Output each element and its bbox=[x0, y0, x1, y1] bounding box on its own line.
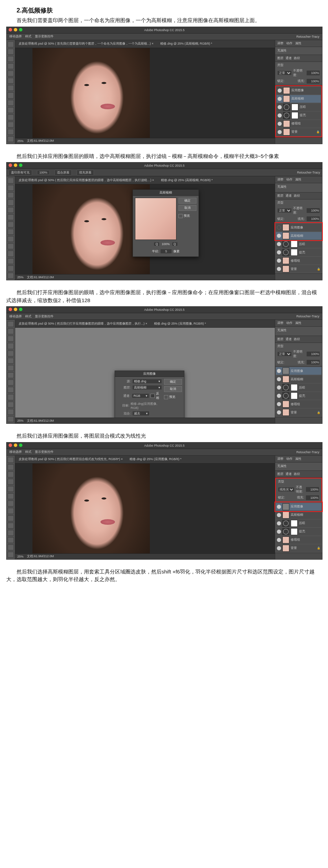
toolbar[interactable] bbox=[7, 456, 15, 559]
tool-icon[interactable] bbox=[8, 457, 14, 463]
doc-tab[interactable]: 精修.dng @ 25% (应用图像, RGB/8) * bbox=[154, 321, 206, 326]
tool-icon[interactable] bbox=[8, 358, 14, 364]
layer-row[interactable]: 压暗 bbox=[276, 520, 321, 527]
layer-row[interactable]: 背景🔒 bbox=[276, 265, 321, 273]
panel-tab-adjust[interactable]: 调整 bbox=[277, 41, 283, 46]
tool-icon[interactable] bbox=[8, 229, 14, 235]
layer-row[interactable]: 背景🔒 bbox=[276, 409, 321, 416]
layer-row-stamp[interactable]: 修瑕组 bbox=[277, 120, 321, 128]
eye-icon[interactable] bbox=[277, 410, 281, 414]
tool-icon[interactable] bbox=[8, 486, 14, 492]
eye-icon[interactable] bbox=[277, 259, 281, 263]
layer-row[interactable]: 修瑕组 bbox=[276, 400, 321, 408]
layer-kind[interactable]: 类型 bbox=[278, 479, 284, 484]
document-tabs[interactable]: 皮肤处理教程.psd @ 50% ( 首先我们需要盖印两个图层，一个命名为应用图… bbox=[15, 40, 275, 48]
layer-list[interactable]: 应用图像 高斯模糊 压暗 提亮 修瑕组 背景🔒 bbox=[275, 223, 322, 273]
tool-blur-icon[interactable] bbox=[8, 129, 14, 135]
layer-row[interactable]: 高斯模糊 bbox=[276, 232, 321, 240]
panel-tab[interactable]: 路径 bbox=[294, 337, 300, 342]
panel-tab[interactable]: 图层 bbox=[277, 194, 283, 198]
workspace-label[interactable]: Retoucher-Tracy bbox=[296, 315, 319, 318]
opt[interactable]: 样式 bbox=[25, 450, 31, 454]
opt[interactable]: 移动选择 bbox=[9, 314, 22, 319]
tool-icon[interactable] bbox=[8, 265, 14, 271]
workspace-label[interactable]: Retoucher-Tracy bbox=[296, 450, 319, 454]
layer-row[interactable]: 提亮 bbox=[276, 249, 321, 256]
layer-row[interactable]: 高斯模糊 bbox=[276, 511, 321, 519]
zoom-value[interactable]: 25% bbox=[17, 276, 23, 279]
panel-tab[interactable]: 属性 bbox=[295, 177, 301, 182]
eye-icon[interactable] bbox=[278, 97, 282, 101]
eye-icon[interactable] bbox=[277, 267, 281, 271]
blend-select-linear-light[interactable]: 线性光 bbox=[278, 487, 295, 492]
tool-icon[interactable] bbox=[8, 178, 14, 184]
zoom-in-icon[interactable]: Q bbox=[172, 242, 178, 246]
fill-input[interactable] bbox=[306, 360, 320, 365]
panel-tab-channels[interactable]: 通道 bbox=[286, 56, 292, 60]
layer-row[interactable]: 背景🔒 bbox=[276, 544, 321, 552]
eye-icon[interactable] bbox=[277, 234, 281, 238]
opacity-input[interactable] bbox=[306, 487, 319, 492]
tool-gradient-icon[interactable] bbox=[8, 122, 14, 128]
tool-icon[interactable] bbox=[8, 273, 14, 279]
preview-checkbox-label[interactable]: 预览 bbox=[184, 214, 190, 218]
tool-wand-icon[interactable] bbox=[8, 63, 14, 69]
tool-brush-icon[interactable] bbox=[8, 92, 14, 98]
layer-actions[interactable] bbox=[275, 137, 322, 144]
layer-list[interactable]: 应用图像 高斯模糊 压暗 提亮 修瑕组 背景🔒 bbox=[275, 366, 322, 417]
panel-tab-actions[interactable]: 动作 bbox=[286, 41, 292, 46]
panel-tab[interactable]: 通道 bbox=[286, 472, 292, 476]
panel-tab-props[interactable]: 属性 bbox=[295, 41, 301, 46]
tool-icon[interactable] bbox=[8, 243, 14, 249]
blend-select[interactable]: 正常 bbox=[277, 208, 292, 213]
tool-icon[interactable] bbox=[8, 402, 14, 408]
toolbar[interactable] bbox=[7, 40, 15, 144]
tool-icon[interactable] bbox=[8, 351, 14, 356]
panel-tab[interactable]: 图层 bbox=[277, 337, 283, 342]
eye-icon[interactable] bbox=[277, 513, 281, 517]
zoom-value[interactable]: 25% bbox=[17, 139, 23, 143]
opt-transform[interactable]: 显示变换控件 bbox=[35, 34, 54, 39]
panel-tab[interactable]: 通道 bbox=[286, 194, 292, 198]
panel-tab[interactable]: 路径 bbox=[294, 194, 300, 198]
eye-icon[interactable] bbox=[277, 394, 281, 398]
tool-icon[interactable] bbox=[8, 544, 14, 550]
layer-row-curve1[interactable]: 压暗 bbox=[277, 103, 321, 111]
cancel-button[interactable]: 取消 bbox=[179, 205, 196, 211]
tool-icon[interactable] bbox=[8, 199, 14, 205]
eye-icon[interactable] bbox=[277, 369, 281, 373]
src-select[interactable]: 精修.dng▾ bbox=[132, 379, 162, 384]
layer-row[interactable]: 提亮 bbox=[276, 528, 321, 535]
tool-icon[interactable] bbox=[8, 508, 14, 514]
tool-icon[interactable] bbox=[8, 537, 14, 543]
radius-input[interactable] bbox=[160, 249, 172, 254]
eye-icon[interactable] bbox=[277, 530, 281, 534]
doc-tab[interactable]: 皮肤处理教程.psd @ 50% ( 然后我们将图层混合模式改为线性光, RGB… bbox=[19, 457, 123, 461]
tool-stamp-icon[interactable] bbox=[8, 100, 14, 106]
layer-row[interactable]: 应用图像 bbox=[276, 224, 321, 231]
opt-move[interactable]: 移动选择 bbox=[9, 34, 22, 39]
tool-heal-icon[interactable] bbox=[8, 85, 14, 91]
eye-icon[interactable] bbox=[278, 130, 282, 134]
invert-checkbox[interactable] bbox=[151, 394, 155, 398]
panel-tab[interactable]: 图层 bbox=[277, 472, 283, 476]
opt-100[interactable]: 100% bbox=[37, 170, 50, 175]
canvas-gray[interactable]: 应用图像 源:精修.dng▾ 图层:高斯模糊▾ 通道:RGB▾反相 目标:精修.… bbox=[15, 328, 275, 418]
eye-icon[interactable] bbox=[277, 402, 281, 406]
blend-select[interactable]: 减去▾ bbox=[132, 411, 149, 416]
canvas[interactable] bbox=[15, 48, 275, 138]
tool-icon[interactable] bbox=[8, 258, 14, 264]
tool-icon[interactable] bbox=[8, 501, 14, 506]
workspace-label[interactable]: Retoucher-Tracy bbox=[296, 35, 319, 38]
tool-move-icon[interactable] bbox=[8, 41, 14, 47]
layer-row[interactable]: 压暗 bbox=[276, 240, 321, 248]
layer-row[interactable]: 修瑕组 bbox=[276, 536, 321, 544]
ok-button[interactable]: 确定 bbox=[164, 379, 182, 385]
panel-tab[interactable]: 属性 bbox=[295, 457, 301, 461]
cancel-button[interactable]: 取消 bbox=[164, 386, 182, 392]
panel-tab[interactable]: 动作 bbox=[286, 457, 292, 461]
opacity-input[interactable] bbox=[306, 208, 320, 213]
tool-icon[interactable] bbox=[8, 530, 14, 536]
opt-fit[interactable]: 适合屏幕 bbox=[55, 170, 72, 176]
tool-icon[interactable] bbox=[8, 416, 14, 422]
